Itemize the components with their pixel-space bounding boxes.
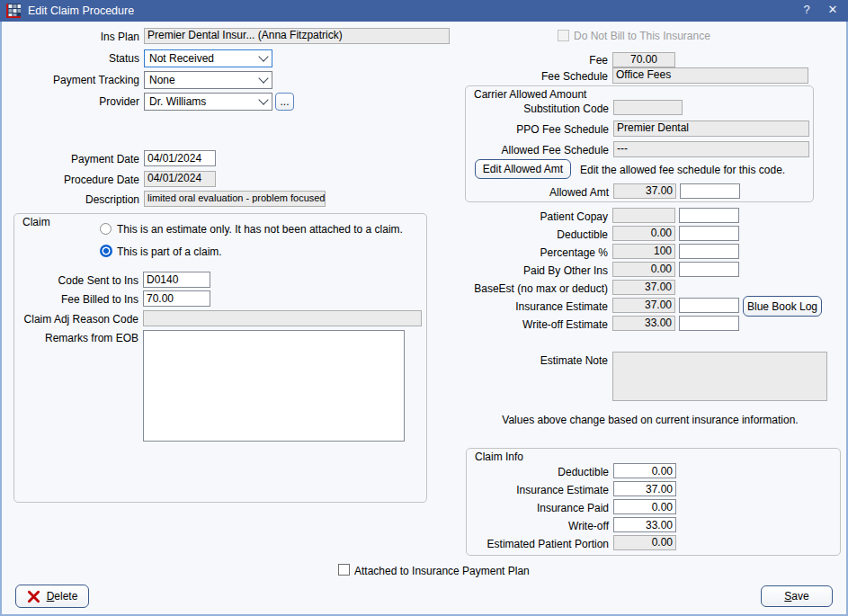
- deductible-field: 0.00: [612, 226, 675, 241]
- write-off-estimate-field: 33.00: [612, 316, 675, 331]
- delete-accel: D: [47, 590, 55, 603]
- save-rest: ave: [791, 590, 808, 603]
- status-dropdown[interactable]: Not Received: [144, 49, 272, 67]
- provider-more-button[interactable]: ...: [275, 93, 294, 111]
- percentage-override-input[interactable]: [679, 244, 739, 259]
- carrier-allowed-group: Carrier Allowed Amount Substitution Code…: [465, 85, 814, 202]
- claim-info-ins-estimate-label: Insurance Estimate: [467, 484, 609, 496]
- fee-field: 70.00: [612, 52, 675, 67]
- part-of-claim-radio[interactable]: [100, 245, 112, 257]
- claim-info-ins-estimate-input[interactable]: [613, 481, 676, 496]
- delete-rest: elete: [54, 590, 77, 603]
- help-button[interactable]: ?: [795, 3, 818, 16]
- claim-info-ins-paid-input[interactable]: [613, 499, 676, 514]
- ins-plan-label: Ins Plan: [9, 31, 139, 43]
- chevron-down-icon: [258, 73, 268, 83]
- edit-allowed-amt-button[interactable]: Edit Allowed Amt: [475, 159, 571, 179]
- est-patient-portion-label: Estimated Patient Portion: [467, 538, 609, 550]
- paid-by-other-label: Paid By Other Ins: [360, 264, 608, 277]
- delete-button[interactable]: Delete: [15, 585, 89, 608]
- edit-allowed-note: Edit the allowed fee schedule for this c…: [580, 164, 785, 176]
- base-est-field: 37.00: [612, 280, 675, 295]
- insurance-estimate-label: Insurance Estimate: [360, 300, 608, 313]
- payment-tracking-label: Payment Tracking: [9, 74, 139, 86]
- status-value: Not Received: [149, 52, 214, 65]
- allowed-amt-field: 37.00: [613, 183, 676, 199]
- fee-label: Fee: [360, 54, 608, 67]
- fee-schedule-label: Fee Schedule: [360, 70, 608, 83]
- paid-by-other-override-input[interactable]: [679, 262, 739, 277]
- edit-claim-procedure-dialog: Edit Claim Procedure ? ✕ Ins Plan Premie…: [0, 0, 848, 616]
- part-of-claim-radio-label[interactable]: This is part of a claim.: [117, 246, 222, 258]
- substitution-code-field: [613, 100, 683, 115]
- procedure-date-field: 04/01/2024: [144, 171, 216, 187]
- provider-dropdown[interactable]: Dr. Williams: [144, 93, 272, 111]
- percentage-field: 100: [612, 244, 675, 259]
- provider-value: Dr. Williams: [149, 95, 206, 108]
- fee-billed-input[interactable]: [143, 290, 210, 307]
- ppo-fee-schedule-field: Premier Dental: [613, 121, 809, 137]
- blue-book-log-button[interactable]: Blue Book Log: [743, 296, 822, 317]
- patient-copay-override-input[interactable]: [679, 208, 739, 223]
- ins-plan-field: Premier Dental Insur... (Anna Fitzpatric…: [144, 28, 450, 44]
- description-label: Description: [9, 193, 139, 206]
- payment-tracking-value: None: [149, 74, 175, 86]
- paid-by-other-field: 0.00: [612, 262, 675, 277]
- dialog-title: Edit Claim Procedure: [28, 4, 134, 17]
- delete-x-icon: [27, 590, 40, 603]
- claim-info-write-off-label: Write-off: [467, 520, 609, 532]
- do-not-bill-checkbox: [558, 30, 569, 41]
- claim-info-deductible-label: Deductible: [467, 466, 609, 478]
- allowed-amt-label: Allowed Amt: [466, 186, 609, 199]
- write-off-estimate-override-input[interactable]: [679, 316, 739, 331]
- deductible-override-input[interactable]: [679, 226, 739, 241]
- payment-date-label: Payment Date: [9, 153, 139, 165]
- ppo-fee-schedule-label: PPO Fee Schedule: [466, 123, 609, 136]
- substitution-code-label: Substitution Code: [466, 103, 609, 115]
- code-sent-input[interactable]: [143, 272, 210, 288]
- do-not-bill-label: Do Not Bill to This Insurance: [574, 30, 710, 42]
- claim-info-write-off-input[interactable]: [613, 517, 676, 532]
- deductible-label: Deductible: [360, 228, 608, 241]
- patient-copay-field: [612, 208, 675, 223]
- remarks-textarea[interactable]: [143, 330, 405, 442]
- estimate-only-radio[interactable]: [100, 223, 112, 235]
- write-off-estimate-label: Write-off Estimate: [360, 318, 608, 331]
- claim-info-deductible-input[interactable]: [613, 463, 676, 478]
- values-note: Values above change based on current ins…: [466, 414, 835, 426]
- fee-schedule-field: Office Fees: [612, 67, 808, 84]
- app-icon: [6, 4, 21, 18]
- estimate-note-field: [612, 352, 827, 401]
- fee-billed-label: Fee Billed to Ins: [14, 293, 138, 306]
- code-sent-label: Code Sent to Ins: [14, 274, 138, 287]
- attached-payment-plan-label[interactable]: Attached to Insurance Payment Plan: [354, 565, 530, 577]
- adj-reason-label: Claim Adj Reason Code: [14, 313, 138, 326]
- base-est-label: BaseEst (no max or deduct): [360, 282, 608, 295]
- provider-label: Provider: [9, 95, 139, 108]
- insurance-estimate-field: 37.00: [612, 298, 675, 313]
- insurance-estimate-override-input[interactable]: [679, 298, 739, 313]
- claim-info-title: Claim Info: [475, 451, 523, 463]
- close-button[interactable]: ✕: [821, 3, 844, 16]
- percentage-label: Percentage %: [360, 246, 608, 259]
- est-patient-portion-field: 0.00: [613, 535, 676, 550]
- carrier-allowed-title: Carrier Allowed Amount: [474, 88, 586, 101]
- claim-group-title: Claim: [22, 216, 50, 228]
- procedure-date-label: Procedure Date: [9, 174, 139, 186]
- description-field: limited oral evaluation - problem focuse…: [144, 191, 326, 207]
- estimate-note-label: Estimate Note: [360, 354, 608, 367]
- chevron-down-icon: [258, 94, 268, 104]
- patient-copay-label: Patient Copay: [360, 210, 608, 223]
- claim-info-ins-paid-label: Insurance Paid: [467, 502, 609, 514]
- payment-tracking-dropdown[interactable]: None: [144, 71, 272, 89]
- claim-info-group: Claim Info Deductible Insurance Estimate…: [466, 448, 841, 556]
- allowed-fee-schedule-field: ---: [613, 141, 809, 157]
- allowed-amt-override-input[interactable]: [680, 183, 740, 199]
- attached-payment-plan-checkbox[interactable]: [338, 564, 350, 576]
- remarks-label: Remarks from EOB: [14, 332, 138, 344]
- allowed-fee-schedule-label: Allowed Fee Schedule: [466, 144, 609, 156]
- payment-date-input[interactable]: [144, 150, 216, 166]
- status-label: Status: [9, 52, 139, 65]
- chevron-down-icon: [258, 51, 268, 61]
- save-button[interactable]: Save: [761, 585, 833, 607]
